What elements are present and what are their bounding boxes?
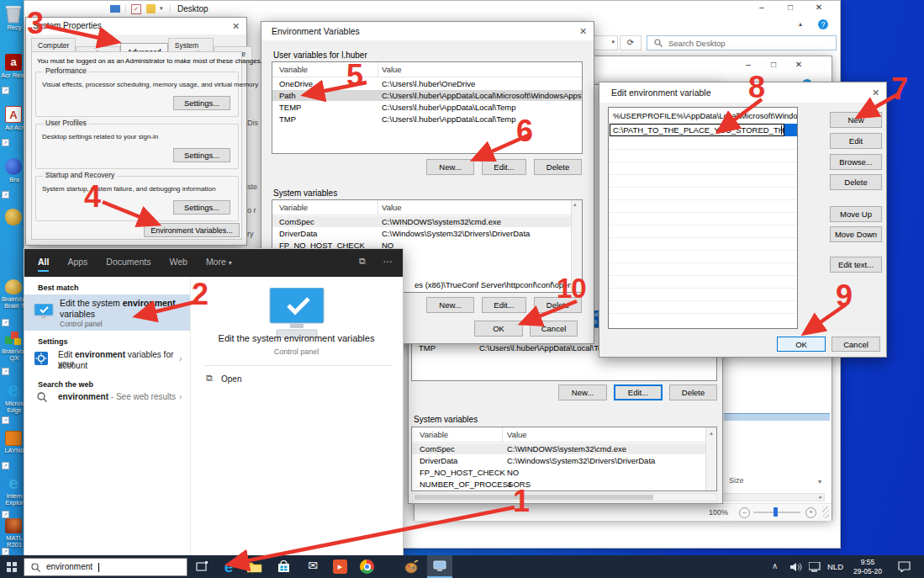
- maximize-button[interactable]: □: [763, 60, 784, 69]
- table-row[interactable]: ComSpec C:\WINDOWS\system32\cmd.exe: [412, 443, 708, 454]
- edit-button[interactable]: Edit...: [614, 384, 663, 400]
- file-explorer-icon[interactable]: [247, 561, 262, 573]
- pin-icon[interactable]: ⧉: [359, 256, 366, 267]
- user-edit-button[interactable]: Edit...: [482, 159, 526, 175]
- qat-new-folder-icon[interactable]: [146, 4, 156, 13]
- scrollbar-thumb[interactable]: [414, 495, 653, 500]
- task-view-icon[interactable]: [195, 561, 209, 573]
- paint-icon[interactable]: [404, 560, 420, 574]
- start-button[interactable]: [7, 562, 17, 572]
- chrome-icon[interactable]: [360, 559, 374, 574]
- active-app-system-properties[interactable]: [427, 555, 452, 578]
- close-button[interactable]: ✕: [232, 21, 240, 32]
- delete-button[interactable]: Delete: [830, 174, 882, 190]
- user-variables-table[interactable]: Variable Value OneDrive C:\Users\l.huber…: [272, 61, 583, 154]
- new-button[interactable]: New: [830, 112, 882, 128]
- network-icon[interactable]: [809, 562, 821, 572]
- cancel-button[interactable]: Cancel: [530, 321, 578, 337]
- taskbar-search-input[interactable]: environment: [24, 558, 187, 576]
- qat-dropdown-icon[interactable]: ▾: [160, 5, 163, 12]
- help-icon[interactable]: ?: [818, 19, 828, 29]
- annotation-number-8: 8: [748, 72, 764, 103]
- store-icon[interactable]: [277, 560, 290, 574]
- button-label: Edit...: [494, 162, 514, 172]
- ok-button[interactable]: OK: [474, 321, 523, 337]
- ok-button[interactable]: OK: [777, 337, 826, 352]
- tab-documents[interactable]: Documents: [106, 257, 150, 272]
- environment-variables-button[interactable]: Environment Variables...: [144, 223, 240, 237]
- settings-result-item[interactable]: Edit environment variables for your acco…: [24, 347, 190, 376]
- table-row[interactable]: ComSpec C:\WINDOWS\system32\cmd.exe: [272, 216, 573, 227]
- table-row-selected[interactable]: Path C:\Users\l.huber\AppData\Local\Micr…: [272, 90, 582, 101]
- open-action[interactable]: ⧉ Open: [203, 372, 392, 387]
- pane-divider: [190, 277, 191, 556]
- minimize-button[interactable]: –: [737, 60, 759, 69]
- best-match-item[interactable]: Edit the system environment variables Co…: [24, 294, 190, 331]
- table-row[interactable]: OneDrive C:\Users\l.huber\OneDrive: [272, 78, 582, 89]
- edge-icon[interactable]: e: [220, 558, 237, 575]
- button-label: New...: [439, 300, 461, 310]
- user-delete-button[interactable]: Delete: [534, 159, 582, 175]
- tray-language[interactable]: NLD: [827, 562, 843, 571]
- qat-properties-icon[interactable]: ✓: [131, 4, 141, 14]
- notification-center-icon[interactable]: [898, 561, 911, 572]
- web-result-item[interactable]: environment - See web results ›: [24, 389, 190, 407]
- table-row[interactable]: TMP C:\Users\l.huber\AppData\Local\Temp: [272, 114, 582, 125]
- close-button[interactable]: ✕: [788, 60, 810, 69]
- zoom-in-button[interactable]: +: [805, 507, 816, 518]
- tab-web[interactable]: Web: [169, 257, 187, 272]
- explorer-search-box[interactable]: Search Desktop: [647, 35, 837, 50]
- user-new-button[interactable]: New...: [426, 159, 474, 175]
- browse-button[interactable]: Browse...: [830, 154, 882, 170]
- table-row[interactable]: NUMBER_OF_PROCESSORS 4: [412, 479, 708, 490]
- zoom-slider-thumb[interactable]: [774, 507, 778, 517]
- volume-icon[interactable]: [790, 562, 802, 572]
- system-variables-table[interactable]: Variable Value ComSpec C:\WINDOWS\system…: [411, 427, 717, 491]
- minimize-button[interactable]: –: [749, 3, 774, 12]
- refresh-button[interactable]: ⟳: [620, 35, 642, 50]
- maximize-button[interactable]: □: [778, 3, 803, 12]
- close-button[interactable]: ✕: [806, 3, 832, 12]
- tab-apps[interactable]: Apps: [67, 257, 87, 272]
- new-button[interactable]: New...: [558, 384, 607, 400]
- edit-button[interactable]: Edit: [830, 133, 882, 149]
- open-label: Open: [221, 374, 241, 384]
- more-options-icon[interactable]: …: [383, 253, 393, 265]
- path-entry-editbox[interactable]: C:\PATH_TO_THE_PLACE_YOU_STORED_THE_BINA…: [610, 124, 784, 136]
- table-row[interactable]: TEMP C:\Users\l.huber\AppData\Local\Temp: [272, 102, 582, 113]
- movies-tv-icon[interactable]: ▶: [333, 559, 347, 574]
- startup-settings-button[interactable]: Settings...: [173, 200, 230, 215]
- tab-all[interactable]: All: [38, 257, 49, 272]
- vertical-scrollbar[interactable]: ▴: [705, 427, 716, 491]
- button-label: New...: [572, 388, 594, 397]
- tray-expand-icon[interactable]: ∧: [772, 561, 778, 570]
- header-divider: [272, 215, 582, 215]
- button-label: Settings...: [184, 151, 219, 160]
- cancel-button[interactable]: Cancel: [832, 337, 880, 352]
- edit-text-button[interactable]: Edit text...: [830, 257, 882, 273]
- tray-clock[interactable]: 9:55 29-05-20: [847, 558, 888, 576]
- move-up-button[interactable]: Move Up: [830, 206, 882, 222]
- delete-button[interactable]: Delete: [669, 384, 717, 400]
- performance-settings-button[interactable]: Settings...: [173, 96, 230, 110]
- path-entries-list[interactable]: %USERPROFILE%\AppData\Local\Microsoft\Wi…: [608, 107, 798, 329]
- table-row[interactable]: FP_NO_HOST_CHECK NO: [412, 467, 708, 478]
- table-row[interactable]: DriverData C:\Windows\System32\Drivers\D…: [412, 455, 708, 466]
- tab-more[interactable]: More ▾: [206, 257, 232, 272]
- chevron-down-icon: ▾: [229, 259, 232, 267]
- mail-icon[interactable]: ✉: [304, 559, 321, 575]
- ribbon-collapse-icon[interactable]: ▴: [799, 20, 802, 28]
- system-edit-button[interactable]: Edit...: [482, 297, 526, 313]
- user-profiles-settings-button[interactable]: Settings...: [173, 148, 230, 162]
- resize-grip[interactable]: [822, 506, 829, 518]
- table-row[interactable]: DriverData C:\Windows\System32\Drivers\D…: [272, 228, 573, 239]
- move-down-button[interactable]: Move Down: [830, 226, 882, 242]
- explorer-app-icon: [110, 5, 120, 13]
- close-button[interactable]: ✕: [579, 26, 587, 37]
- system-new-button[interactable]: New...: [426, 297, 474, 313]
- chevron-down-icon[interactable]: ▾: [818, 478, 821, 485]
- close-button[interactable]: ✕: [872, 87, 879, 98]
- horizontal-scrollbar[interactable]: [412, 493, 717, 501]
- path-entry[interactable]: %USERPROFILE%\AppData\Local\Microsoft\Wi…: [613, 111, 798, 120]
- zoom-out-button[interactable]: –: [739, 507, 750, 518]
